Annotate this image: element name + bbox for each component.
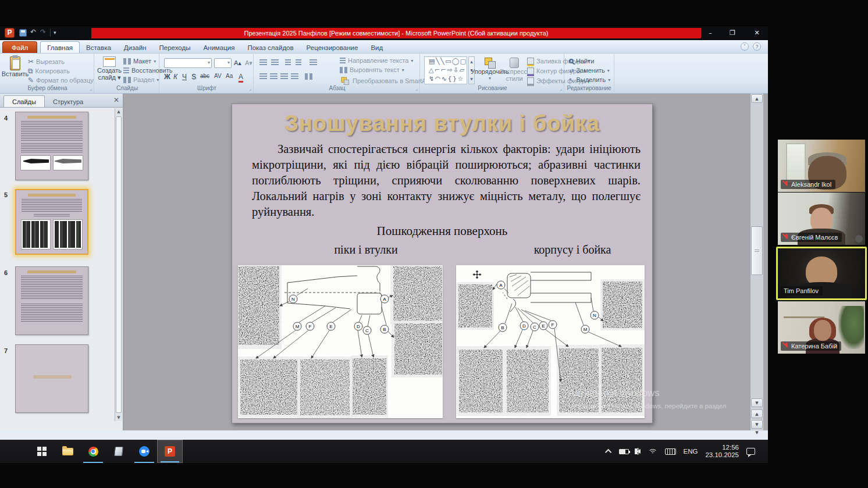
minimize-button[interactable]: – [703, 29, 718, 38]
align-right-icon[interactable] [280, 73, 288, 80]
shapes-gallery[interactable]: ▤╲╲▭◯▢ △⌐⌐⇨⇩▱ ↯◠∿{}☆ [424, 56, 467, 84]
next-slide-icon[interactable]: ▼▼ [751, 420, 763, 429]
restore-button[interactable]: ❐ [725, 29, 740, 38]
panel-scrollbar[interactable]: ▲ ▼ [115, 108, 122, 421]
new-slide-button[interactable]: Создатьслайд ▾ [98, 56, 121, 81]
shrink-font-button[interactable]: A▾ [245, 59, 252, 67]
panel-scroll-thumb[interactable] [116, 116, 122, 413]
caption-left[interactable]: піки і втулки [296, 243, 436, 257]
shapes-row-1[interactable]: ▤╲╲▭◯▢ [429, 58, 467, 65]
align-left-icon[interactable] [259, 73, 267, 80]
file-explorer-button[interactable] [55, 440, 80, 463]
wifi-icon[interactable] [648, 448, 657, 455]
find-button[interactable]: Найти [569, 58, 594, 65]
zoom-app-button[interactable] [131, 440, 157, 463]
font-size-combo[interactable] [214, 58, 232, 68]
scroll-up-icon[interactable]: ▲ [115, 109, 122, 114]
notes-app-button[interactable] [106, 440, 131, 463]
cut-button[interactable]: ✂Вырезать [28, 58, 65, 66]
change-case-button[interactable]: Aa [226, 73, 233, 79]
tab-slides-thumbnails[interactable]: Слайды [3, 95, 45, 107]
slide-title[interactable]: Зношування втулки і бойка [232, 111, 652, 136]
redo-icon[interactable]: ↷ [40, 28, 46, 36]
input-language[interactable]: ENG [684, 448, 698, 455]
replace-button[interactable]: ⇄Заменить▾ [569, 67, 610, 74]
previous-slide-icon[interactable]: ▲▲ [751, 409, 763, 418]
save-icon[interactable] [19, 29, 27, 37]
touch-keyboard-icon[interactable] [665, 448, 676, 455]
slide-thumbnail-7[interactable] [15, 344, 88, 413]
panel-close-icon[interactable]: ✕ [113, 96, 119, 104]
paragraph-dialog-launcher-icon[interactable]: ⌟ [415, 86, 418, 91]
figure-pick-bushing[interactable]: N M F E D C B A [238, 265, 443, 418]
tab-view[interactable]: Вид [364, 42, 389, 53]
numbering-icon[interactable] [271, 59, 279, 66]
undo-icon[interactable]: ↶ [30, 28, 36, 36]
columns-icon[interactable] [305, 73, 312, 80]
select-button[interactable]: ↖Выделить▾ [569, 76, 610, 83]
clipboard-dialog-launcher-icon[interactable]: ⌟ [90, 86, 92, 91]
font-dialog-launcher-icon[interactable]: ⌟ [249, 86, 251, 91]
layout-button[interactable]: Макет▾ [123, 58, 156, 65]
scroll-thumb[interactable] [751, 226, 763, 275]
line-spacing-icon[interactable] [310, 59, 317, 66]
tab-home[interactable]: Главная [40, 41, 80, 53]
battery-icon[interactable] [619, 449, 629, 454]
slide-thumbnail-5-selected[interactable] [15, 189, 88, 255]
scroll-down-icon[interactable]: ▼ [751, 398, 763, 407]
main-scrollbar[interactable]: ▲ ▼ ▲▲ ▼▼ [750, 94, 763, 430]
tab-animations[interactable]: Анимация [197, 42, 241, 53]
tab-slideshow[interactable]: Показ слайдов [241, 42, 300, 53]
speaker-icon[interactable] [636, 449, 641, 454]
italic-button[interactable]: К [173, 73, 177, 81]
scroll-down-icon[interactable]: ▼ [115, 415, 122, 420]
shapes-row-2[interactable]: △⌐⌐⇨⇩▱ [429, 66, 465, 74]
paste-button[interactable]: Вставить [5, 56, 26, 77]
figure-body-striker[interactable]: A B D C E F N M [456, 265, 645, 418]
slide-subtitle[interactable]: Пошкодження поверхонь [232, 224, 652, 238]
caption-right[interactable]: корпусу і бойка [488, 243, 657, 257]
tab-review[interactable]: Рецензирование [300, 42, 365, 53]
powerpoint-taskbar-button[interactable]: P [157, 440, 183, 463]
arrange-button[interactable]: Упорядочить▾ [477, 58, 503, 82]
powerpoint-logo-icon[interactable]: P [5, 28, 15, 38]
format-painter-button[interactable]: ✎Формат по образцу [28, 76, 94, 84]
slide-canvas[interactable]: Зношування втулки і бойка Зазвичай спост… [232, 104, 653, 423]
drawing-dialog-launcher-icon[interactable]: ⌟ [560, 86, 562, 91]
section-button[interactable]: Раздел▾ [123, 76, 159, 83]
tray-expand-icon[interactable] [604, 449, 611, 455]
close-button[interactable]: ✕ [749, 29, 764, 38]
participant-video-3-active-speaker[interactable]: Tim Panfilov [776, 247, 867, 300]
tab-design[interactable]: Дизайн [118, 42, 153, 53]
align-text-button[interactable]: Выровнять текст▾ [340, 66, 404, 73]
tab-transitions[interactable]: Переходы [152, 42, 197, 53]
align-center-icon[interactable] [270, 73, 278, 80]
copy-button[interactable]: ⧉Копировать [28, 67, 70, 75]
tab-insert[interactable]: Вставка [80, 42, 118, 53]
text-direction-button[interactable]: Направление текста▾ [340, 57, 413, 64]
decrease-indent-icon[interactable] [285, 59, 291, 66]
slide-paragraph[interactable]: Зазвичай спостерігається синергія кілько… [252, 141, 641, 220]
slide-thumbnail-4[interactable] [15, 112, 88, 180]
bold-button[interactable]: Ж [164, 73, 170, 81]
grow-font-button[interactable]: A▴ [234, 59, 241, 67]
scroll-up-icon[interactable]: ▲ [751, 94, 763, 103]
tile-corner-icon[interactable] [855, 235, 863, 243]
qat-dropdown-icon[interactable]: ▾ [54, 30, 56, 35]
increase-indent-icon[interactable] [296, 59, 301, 66]
justify-icon[interactable] [291, 73, 298, 80]
font-color-button[interactable]: A [239, 73, 243, 83]
participant-video-2[interactable]: Євгеній Малєєв [778, 193, 865, 245]
participant-video-4[interactable]: Катерина Бабій [778, 301, 865, 354]
tab-outline[interactable]: Структура [45, 96, 91, 107]
clock[interactable]: 12:56 23.10.2025 [705, 444, 739, 459]
char-spacing-button[interactable]: AV [214, 73, 222, 79]
strikethrough-button[interactable]: abc [200, 73, 209, 79]
shapes-row-3[interactable]: ↯◠∿{}☆ [429, 75, 464, 83]
text-shadow-button[interactable]: S [191, 73, 196, 81]
bullets-icon[interactable] [259, 59, 267, 66]
collapse-ribbon-icon[interactable]: ˆ [741, 42, 749, 51]
notification-center-icon[interactable] [746, 448, 755, 455]
start-button[interactable] [29, 440, 55, 463]
font-name-combo[interactable] [164, 58, 212, 68]
